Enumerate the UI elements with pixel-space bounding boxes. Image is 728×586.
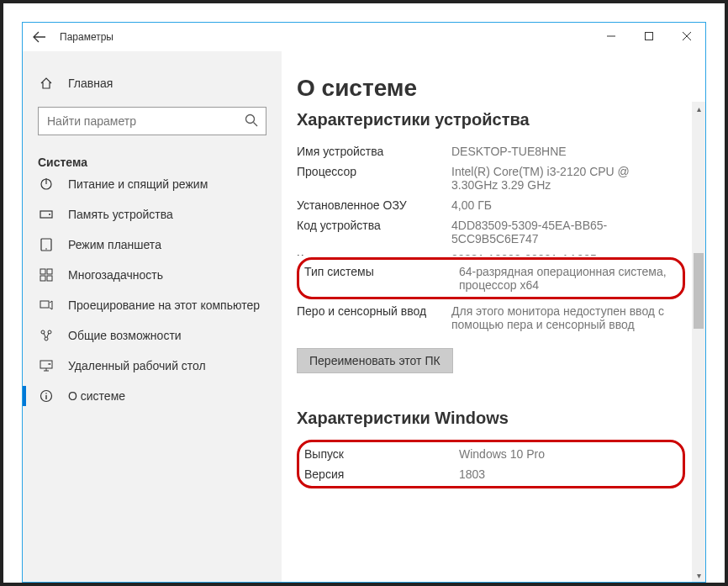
spec-value: 4DD83509-5309-45EA-BB65-5CC9B5C6E747 [451, 219, 685, 245]
svg-rect-1 [645, 33, 652, 40]
back-button[interactable] [23, 23, 56, 51]
scroll-down-icon[interactable]: ▾ [692, 568, 705, 582]
svg-point-9 [45, 248, 47, 250]
svg-rect-12 [40, 276, 45, 281]
content-pane: О системе Характеристики устройства Имя … [282, 51, 705, 582]
spec-label: Код устройства [297, 219, 451, 245]
scroll-up-icon[interactable]: ▴ [692, 102, 705, 115]
close-button[interactable] [667, 23, 705, 50]
svg-point-22 [45, 393, 47, 394]
svg-rect-14 [40, 301, 49, 308]
scroll-thumb[interactable] [694, 253, 704, 329]
scrollbar[interactable]: ▴ ▾ [692, 102, 705, 582]
maximize-button[interactable] [630, 23, 667, 50]
power-icon [38, 177, 55, 191]
project-icon [38, 298, 55, 312]
minimize-icon [607, 32, 615, 40]
spec-row-edition: Выпуск Windows 10 Pro [304, 444, 678, 464]
spec-row-ram: Установленное ОЗУ 4,00 ГБ [297, 195, 685, 215]
spec-row-productid: Код продукта 00331-10000-00001-AA905 [297, 249, 685, 256]
spec-label: Перо и сенсорный ввод [297, 304, 451, 331]
sidebar-item-remote[interactable]: Удаленный рабочий стол [23, 351, 282, 381]
sidebar-item-label: О системе [68, 389, 125, 403]
maximize-icon [645, 32, 653, 40]
windows-spec-header: Характеристики Windows [297, 409, 685, 428]
window-title: Параметры [60, 31, 113, 43]
svg-rect-13 [47, 276, 52, 281]
svg-point-17 [45, 337, 48, 341]
sidebar-item-about[interactable]: О системе [23, 381, 282, 411]
spec-label: Имя устройства [297, 145, 451, 158]
search-icon [245, 114, 258, 127]
spec-label: Тип системы [304, 265, 459, 292]
sidebar-item-label: Удаленный рабочий стол [68, 359, 206, 372]
sidebar-item-label: Многозадачность [68, 268, 163, 282]
spec-value: 00331-10000-00001-AA905 [451, 252, 685, 256]
sidebar-item-power[interactable]: Питание и спящий режим [23, 177, 282, 199]
spec-value: 1803 [459, 467, 678, 481]
sidebar-item-label: Режим планшета [68, 238, 161, 251]
sidebar-home-label: Главная [68, 77, 113, 90]
spec-value: Windows 10 Pro [459, 447, 678, 461]
arrow-left-icon [33, 30, 46, 44]
svg-line-3 [254, 123, 258, 127]
titlebar: Параметры [23, 23, 705, 51]
spec-label: Выпуск [304, 447, 459, 461]
spec-row-cpu: Процессор Intel(R) Core(TM) i3-2120 CPU … [297, 161, 685, 195]
sidebar-item-label: Память устройства [68, 208, 173, 221]
sidebar-item-label: Общие возможности [68, 329, 182, 342]
multitask-icon [38, 268, 55, 282]
search-input[interactable] [38, 107, 266, 135]
spec-label: Установленное ОЗУ [297, 198, 451, 212]
spec-row-systemtype: Тип системы 64-разрядная операционная си… [304, 261, 678, 295]
sidebar-item-shared[interactable]: Общие возможности [23, 320, 282, 351]
spec-label: Код продукта [297, 252, 451, 256]
close-icon [683, 32, 691, 40]
sidebar: Главная Система Питание и спящий режим [23, 51, 282, 582]
minimize-button[interactable] [592, 23, 630, 50]
spec-row-devicename: Имя устройства DESKTOP-TUE8HNE [297, 141, 685, 161]
highlight-windows-spec: Выпуск Windows 10 Pro Версия 1803 [297, 440, 685, 488]
sidebar-item-storage[interactable]: Память устройства [23, 199, 282, 230]
sidebar-item-label: Питание и спящий режим [68, 177, 208, 191]
spec-row-deviceid: Код устройства 4DD83509-5309-45EA-BB65-5… [297, 215, 685, 249]
shared-icon [38, 329, 55, 342]
svg-point-7 [49, 214, 50, 215]
tablet-icon [38, 238, 55, 251]
svg-point-2 [246, 115, 255, 124]
storage-icon [38, 208, 55, 221]
spec-value: 4,00 ГБ [451, 198, 685, 212]
rename-pc-button[interactable]: Переименовать этот ПК [297, 348, 453, 373]
spec-value: 64-разрядная операционная система, проце… [459, 265, 678, 292]
spec-row-version: Версия 1803 [304, 464, 678, 484]
sidebar-category-header: Система [23, 150, 282, 177]
remote-icon [38, 359, 55, 372]
svg-rect-10 [40, 269, 45, 274]
sidebar-home[interactable]: Главная [23, 71, 282, 95]
device-spec-header: Характеристики устройства [297, 110, 685, 129]
highlight-system-type: Тип системы 64-разрядная операционная си… [297, 257, 685, 299]
spec-row-pen: Перо и сенсорный ввод Для этого монитора… [297, 301, 685, 335]
spec-value: Для этого монитора недоступен ввод с пом… [451, 304, 685, 331]
spec-value: DESKTOP-TUE8HNE [451, 145, 685, 158]
home-icon [38, 77, 55, 90]
sidebar-item-project[interactable]: Проецирование на этот компьютер [23, 290, 282, 320]
sidebar-item-multitask[interactable]: Многозадачность [23, 260, 282, 290]
spec-label: Версия [304, 467, 459, 481]
spec-label: Процессор [297, 165, 451, 192]
spec-value: Intel(R) Core(TM) i3-2120 CPU @ 3.30GHz … [451, 165, 685, 192]
sidebar-item-tablet[interactable]: Режим планшета [23, 230, 282, 260]
sidebar-item-label: Проецирование на этот компьютер [68, 298, 260, 312]
settings-window: Параметры Главная [22, 22, 706, 583]
svg-rect-11 [47, 269, 52, 274]
page-title: О системе [297, 75, 685, 102]
info-icon [38, 389, 55, 403]
